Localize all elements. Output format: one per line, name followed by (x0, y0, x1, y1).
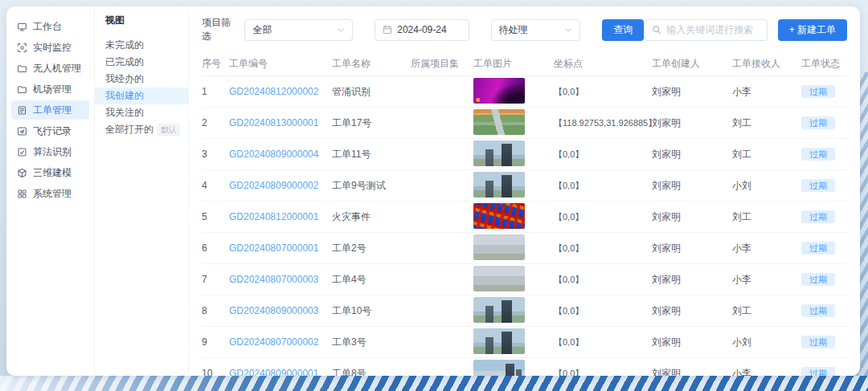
workorder-creator: 刘家明 (652, 148, 732, 161)
query-button[interactable]: 查询 (602, 19, 644, 41)
workorder-image[interactable] (473, 172, 525, 198)
row-index: 2 (202, 117, 229, 128)
workorder-name: 火灾事件 (332, 210, 411, 224)
realtime-monitor-icon (17, 43, 27, 53)
table-row[interactable]: 10 GD20240809000001 工单8号 【0,0】 刘家明 小李 过期 (202, 358, 847, 376)
status-badge: 过期 (801, 116, 835, 129)
sidebar-item[interactable]: 工作台 (11, 17, 89, 36)
project-select-value: 全部 (252, 23, 272, 37)
workorder-code-link[interactable]: GD20240809000003 (229, 305, 318, 316)
sidebar-item-label: 工作台 (33, 20, 62, 34)
workorder-code-link[interactable]: GD20240812000002 (229, 86, 318, 97)
sidebar-item-label: 实时监控 (33, 41, 72, 55)
workorder-code-link[interactable]: GD20240813000001 (229, 117, 318, 128)
workorder-code-link[interactable]: GD20240807000002 (229, 336, 318, 348)
workorder-creator: 刘家明 (652, 116, 732, 130)
table-row[interactable]: 2 GD20240813000001 工单17号 【118.92753,31.9… (202, 108, 847, 139)
system-grid-icon (17, 189, 27, 199)
view-filter-item[interactable]: 我关注的 (95, 104, 188, 121)
bottom-stripe-decoration (0, 376, 868, 391)
folder-icon (17, 84, 27, 95)
row-index: 1 (202, 86, 229, 97)
status-badge: 过期 (801, 304, 835, 317)
workorder-receiver: 小刘 (732, 336, 801, 349)
view-filter-item[interactable]: 全部打开的 默认 (95, 121, 188, 138)
table-row[interactable]: 8 GD20240809000003 工单10号 【0,0】 刘家明 刘工 过期 (202, 295, 847, 327)
workorder-name: 工单3号 (332, 336, 411, 349)
table-row[interactable]: 7 GD20240807000003 工单4号 【0,0】 刘家明 小李 过期 (202, 264, 847, 295)
main-content: 项目筛选 全部 2024-09-24 (189, 6, 860, 376)
flight-record-icon (17, 126, 27, 136)
workorder-image[interactable] (473, 297, 525, 323)
view-filter-list: 未完成的 已完成的 我经办的 我创建的 我关注的 全部打开的 默认 (95, 37, 188, 138)
workorder-code-link[interactable]: GD20240809000001 (229, 368, 318, 376)
workorder-code-link[interactable]: GD20240807000001 (229, 242, 318, 254)
table-row[interactable]: 3 GD20240809000004 工单11号 【0,0】 刘家明 刘工 过期 (202, 139, 847, 170)
workorder-coordinate: 【118.92753,31.926885】 (554, 117, 652, 129)
table-row[interactable]: 6 GD20240807000001 工单2号 【0,0】 刘家明 小李 过期 (202, 233, 847, 264)
workorder-code-link[interactable]: GD20240809000002 (229, 180, 318, 191)
workorder-code-link[interactable]: GD20240807000003 (229, 274, 318, 285)
row-index: 10 (202, 368, 229, 376)
table-row[interactable]: 9 GD20240807000002 工单3号 【0,0】 刘家明 小刘 过期 (202, 327, 847, 358)
row-index: 4 (202, 180, 229, 191)
view-filter-panel: 视图 未完成的 已完成的 我经办的 我创建的 我关注的 全部打开的 默认 (95, 6, 189, 376)
sidebar-item[interactable]: 机场管理 (11, 79, 89, 99)
workorder-table: 序号 工单编号 工单名称 所属项目集 工单图片 坐标点 工单创建人 工单接收人 … (189, 52, 860, 376)
column-header: 坐标点 (554, 57, 652, 71)
view-filter-item[interactable]: 未完成的 (95, 37, 188, 54)
sidebar-item-label: 机场管理 (33, 83, 72, 96)
workorder-image[interactable] (473, 234, 525, 260)
view-filter-item[interactable]: 我经办的 (95, 71, 188, 88)
search-input[interactable]: 输入关键词进行搜索 (644, 19, 767, 41)
sidebar-item-label: 飞行记录 (33, 124, 72, 138)
workorder-code-link[interactable]: GD20240812000001 (229, 211, 318, 222)
column-header: 工单名称 (332, 57, 411, 71)
sidebar-item[interactable]: 三维建模 (11, 163, 89, 182)
workorder-image[interactable] (473, 266, 525, 291)
workorder-image[interactable] (473, 328, 525, 354)
workorder-coordinate: 【0,0】 (554, 149, 652, 161)
row-index: 6 (202, 242, 229, 254)
view-filter-label: 我创建的 (105, 89, 144, 103)
sidebar-item-label: 三维建模 (33, 166, 72, 180)
view-filter-label: 全部打开的 (105, 123, 154, 136)
sidebar-item-label: 算法识别 (33, 145, 72, 159)
table-row[interactable]: 5 GD20240812000001 火灾事件 【0,0】 刘家明 刘工 过期 (202, 202, 847, 233)
project-select[interactable]: 全部 (244, 19, 353, 41)
table-row[interactable]: 4 GD20240809000002 工单9号测试 【0,0】 刘家明 小刘 过… (202, 170, 847, 202)
workorder-image[interactable] (473, 141, 525, 166)
table-row[interactable]: 1 GD20240812000002 管涌识别 【0,0】 刘家明 小李 过期 (202, 76, 847, 108)
view-filter-label: 我经办的 (105, 72, 144, 86)
workorder-receiver: 刘工 (732, 210, 801, 224)
column-header: 工单创建人 (652, 57, 732, 71)
workorder-image[interactable] (473, 109, 525, 135)
workorder-receiver: 刘工 (732, 116, 801, 130)
column-header: 工单编号 (229, 57, 332, 71)
workorder-image[interactable] (473, 203, 525, 229)
workorder-code-link[interactable]: GD20240809000004 (229, 149, 318, 160)
date-value: 2024-09-24 (397, 24, 446, 35)
view-filter-item[interactable]: 已完成的 (95, 54, 188, 71)
workorder-name: 工单2号 (332, 242, 411, 255)
workorder-image[interactable] (473, 360, 525, 377)
status-badge: 过期 (801, 85, 835, 98)
workorder-name: 工单10号 (332, 304, 411, 318)
status-select[interactable]: 待处理 (491, 19, 581, 41)
workorder-image[interactable] (473, 78, 525, 104)
row-index: 7 (202, 274, 229, 285)
new-workorder-button[interactable]: + 新建工单 (778, 19, 847, 41)
sidebar-item[interactable]: 算法识别 (11, 142, 89, 161)
sidebar-item[interactable]: 无人机管理 (11, 59, 89, 78)
date-input[interactable]: 2024-09-24 (375, 19, 469, 41)
cube-icon (17, 168, 27, 178)
workorder-name: 工单4号 (332, 273, 411, 287)
workorder-coordinate: 【0,0】 (554, 305, 652, 317)
sidebar-item[interactable]: 工单管理 (11, 100, 89, 120)
workorder-creator: 刘家明 (652, 85, 732, 99)
sidebar-item[interactable]: 飞行记录 (11, 121, 89, 141)
workorder-receiver: 小李 (732, 242, 801, 255)
view-filter-item[interactable]: 我创建的 (95, 88, 188, 104)
sidebar-item[interactable]: 实时监控 (11, 38, 89, 57)
sidebar-item[interactable]: 系统管理 (11, 184, 89, 203)
